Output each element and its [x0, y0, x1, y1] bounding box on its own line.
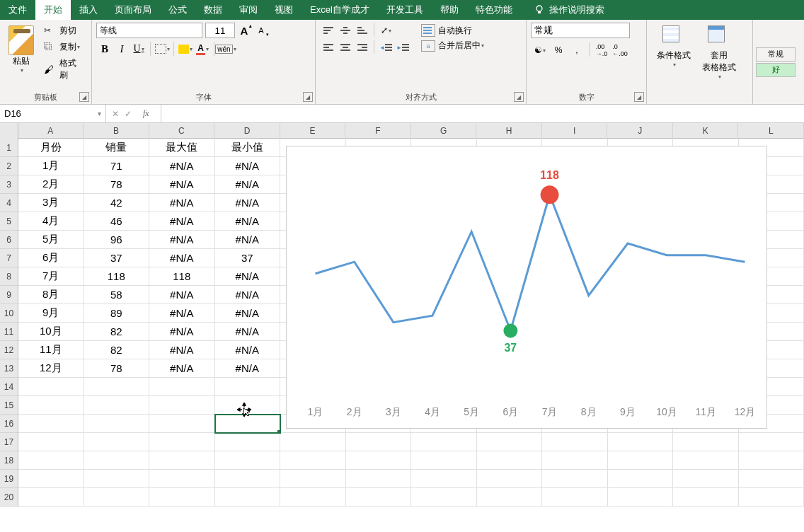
name-box-input[interactable] — [4, 108, 75, 119]
cell-A9[interactable]: 8月 — [18, 286, 84, 304]
cell-B18[interactable] — [84, 451, 150, 470]
style-good[interactable]: 好 — [756, 63, 796, 77]
cell-A13[interactable]: 12月 — [18, 359, 84, 378]
cell-K20[interactable] — [673, 488, 739, 507]
cell-A3[interactable]: 2月 — [18, 175, 84, 194]
menu-file[interactable]: 文件 — [0, 0, 35, 20]
cell-A14[interactable] — [18, 378, 84, 396]
column-header-J[interactable]: J — [607, 123, 673, 139]
cell-D18[interactable] — [215, 451, 281, 470]
decrease-font-button[interactable]: A — [253, 23, 269, 38]
row-header-19[interactable]: 19 — [0, 470, 18, 488]
align-center-button[interactable] — [337, 40, 354, 55]
cell-A2[interactable]: 1月 — [18, 157, 84, 175]
style-general[interactable]: 常规 — [756, 47, 796, 62]
cell-K17[interactable] — [673, 433, 739, 451]
column-header-A[interactable]: A — [18, 123, 84, 139]
cell-C6[interactable]: #N/A — [149, 231, 215, 249]
conditional-format-button[interactable]: 条件格式 ▾ — [651, 23, 696, 83]
row-header-2[interactable]: 2 — [0, 157, 18, 175]
cell-C14[interactable] — [149, 378, 215, 396]
comma-button[interactable]: , — [568, 42, 586, 58]
cell-D15[interactable] — [215, 396, 281, 415]
name-box[interactable]: ▾ — [0, 105, 106, 123]
phonetic-button[interactable]: wén▾ — [217, 41, 234, 57]
row-header-8[interactable]: 8 — [0, 267, 18, 286]
align-bottom-button[interactable] — [354, 23, 371, 38]
menu-page-layout[interactable]: 页面布局 — [106, 0, 160, 20]
row-header-6[interactable]: 6 — [0, 231, 18, 249]
cell-H20[interactable] — [477, 488, 543, 507]
increase-font-button[interactable]: A — [236, 23, 252, 38]
cell-K18[interactable] — [673, 451, 739, 470]
cell-B7[interactable]: 37 — [84, 249, 150, 267]
dialog-launcher[interactable]: ◢ — [514, 92, 524, 102]
merge-center-button[interactable]: 合并后居中▾ — [417, 38, 488, 53]
cell-D17[interactable] — [215, 433, 281, 451]
column-header-I[interactable]: I — [542, 123, 608, 139]
cell-I17[interactable] — [542, 433, 608, 451]
column-header-L[interactable]: L — [738, 123, 804, 139]
cell-D14[interactable] — [215, 378, 281, 396]
cell-G18[interactable] — [411, 451, 477, 470]
font-size-select[interactable] — [205, 23, 235, 38]
cell-B3[interactable]: 78 — [84, 175, 150, 194]
cell-C18[interactable] — [149, 451, 215, 470]
cell-D6[interactable]: #N/A — [215, 231, 281, 249]
cell-C13[interactable]: #N/A — [149, 359, 215, 378]
menu-home[interactable]: 开始 — [35, 0, 71, 20]
align-left-button[interactable] — [320, 40, 337, 55]
cell-A10[interactable]: 9月 — [18, 304, 84, 323]
format-painter-button[interactable]: 格式刷 — [41, 56, 87, 83]
cell-D13[interactable]: #N/A — [215, 359, 281, 378]
menu-review[interactable]: 审阅 — [231, 0, 266, 20]
cell-D9[interactable]: #N/A — [215, 286, 281, 304]
cell-B4[interactable]: 42 — [84, 194, 150, 212]
menu-view[interactable]: 视图 — [266, 0, 302, 20]
row-header-9[interactable]: 9 — [0, 286, 18, 304]
row-header-15[interactable]: 15 — [0, 396, 18, 415]
bold-button[interactable]: B — [96, 41, 113, 57]
row-header-14[interactable]: 14 — [0, 378, 18, 396]
row-header-5[interactable]: 5 — [0, 212, 18, 231]
row-header-1[interactable]: 1 — [0, 139, 18, 157]
menu-data[interactable]: 数据 — [195, 0, 231, 20]
cell-D10[interactable]: #N/A — [215, 304, 281, 323]
menu-special[interactable]: 特色功能 — [467, 0, 521, 20]
cell-D16[interactable] — [215, 415, 281, 433]
cell-C10[interactable]: #N/A — [149, 304, 215, 323]
cell-J17[interactable] — [608, 433, 674, 451]
cell-J18[interactable] — [608, 451, 674, 470]
cell-B1[interactable]: 销量 — [84, 139, 150, 157]
cell-C15[interactable] — [149, 396, 215, 415]
cell-B17[interactable] — [84, 433, 150, 451]
decrease-indent-button[interactable] — [377, 40, 394, 55]
increase-decimal-button[interactable]: .00→.0 — [592, 42, 611, 58]
cell-B5[interactable]: 46 — [84, 212, 150, 231]
cell-C12[interactable]: #N/A — [149, 341, 215, 359]
align-middle-button[interactable] — [337, 23, 354, 38]
fill-color-button[interactable]: ▾ — [177, 41, 194, 57]
row-header-12[interactable]: 12 — [0, 341, 18, 359]
wrap-text-button[interactable]: 自动换行 — [417, 23, 488, 38]
menu-formulas[interactable]: 公式 — [160, 0, 195, 20]
cell-L20[interactable] — [739, 488, 805, 507]
cell-B8[interactable]: 118 — [84, 267, 150, 286]
cell-A18[interactable] — [18, 451, 84, 470]
cell-A5[interactable]: 4月 — [18, 212, 84, 231]
enter-icon[interactable]: ✓ — [125, 109, 132, 119]
menu-insert[interactable]: 插入 — [71, 0, 106, 20]
cell-F19[interactable] — [346, 470, 412, 488]
cell-C4[interactable]: #N/A — [149, 194, 215, 212]
cell-D4[interactable]: #N/A — [215, 194, 281, 212]
cell-G19[interactable] — [411, 470, 477, 488]
number-format-select[interactable] — [531, 23, 630, 38]
row-header-16[interactable]: 16 — [0, 415, 18, 433]
cell-D7[interactable]: 37 — [215, 249, 281, 267]
cell-C11[interactable]: #N/A — [149, 323, 215, 341]
tell-me-search[interactable]: 操作说明搜索 — [525, 0, 613, 20]
cell-I20[interactable] — [542, 488, 608, 507]
menu-help[interactable]: 帮助 — [432, 0, 467, 20]
cell-I18[interactable] — [542, 451, 608, 470]
cancel-icon[interactable]: ✕ — [112, 109, 119, 119]
